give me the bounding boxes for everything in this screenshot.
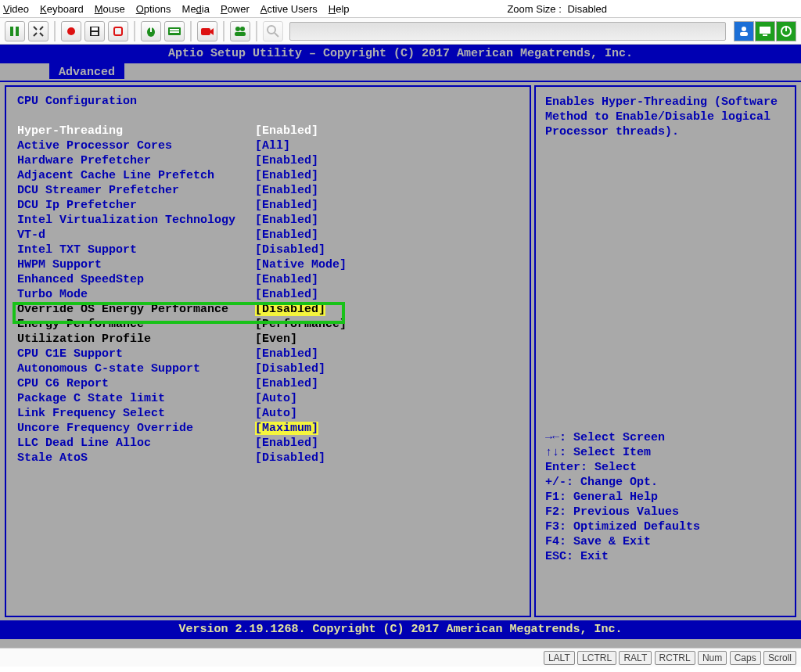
setting-value: [Performance] — [255, 317, 347, 332]
status-indicator: Scroll — [763, 651, 796, 665]
setting-value: [Disabled] — [255, 243, 325, 257]
bios-version: Version 2.19.1268. Copyright (C) 2017 Am… — [0, 620, 801, 639]
setting-row[interactable]: Energy Performance[Performance] — [17, 317, 519, 332]
menu-video[interactable]: Video — [3, 3, 29, 15]
setting-row[interactable]: Active Processor Cores[All] — [17, 138, 519, 153]
setting-value: [Enabled] — [255, 272, 318, 287]
svg-rect-21 — [760, 27, 770, 34]
setting-label: Stale AtoS — [17, 451, 255, 465]
setting-row[interactable]: Hardware Prefetcher[Enabled] — [17, 153, 519, 168]
setting-value: [Enabled] — [255, 168, 318, 183]
setting-value: [All] — [255, 138, 290, 153]
setting-row[interactable]: Autonomous C-state Support[Disabled] — [17, 361, 519, 376]
svg-rect-20 — [740, 32, 748, 36]
setting-row[interactable]: Adjacent Cache Line Prefetch[Enabled] — [17, 168, 519, 183]
setting-row[interactable]: HWPM Support[Native Mode] — [17, 257, 519, 272]
setting-value: [Disabled] — [255, 451, 325, 465]
zoom-size-value: Disabled — [567, 3, 607, 15]
setting-value: [Auto] — [255, 406, 297, 421]
power-icon[interactable] — [776, 21, 796, 41]
setting-row[interactable]: Hyper-Threading[Enabled] — [17, 124, 519, 138]
setting-row[interactable]: VT-d[Enabled] — [17, 228, 519, 243]
setting-value: [Native Mode] — [255, 257, 347, 272]
setting-label: Intel TXT Support — [17, 243, 255, 257]
svg-rect-8 — [150, 27, 152, 32]
setting-value: [Enabled] — [255, 153, 318, 168]
toolbar-address-field[interactable] — [289, 22, 726, 41]
setting-label: Adjacent Cache Line Prefetch — [17, 168, 255, 183]
monitor-icon[interactable] — [755, 21, 775, 41]
menu-options[interactable]: Options — [136, 3, 171, 15]
setting-label: CPU C6 Report — [17, 376, 255, 391]
setting-row[interactable]: Turbo Mode[Enabled] — [17, 287, 519, 302]
save-icon[interactable] — [84, 21, 105, 41]
toolbar-separator — [190, 21, 192, 41]
setting-label: VT-d — [17, 228, 255, 243]
user-account-icon[interactable] — [734, 21, 754, 41]
menu-keyboard[interactable]: Keyboard — [40, 3, 84, 15]
setting-row[interactable]: Uncore Frequency Override[Maximum] — [17, 421, 519, 436]
play-icon[interactable] — [5, 21, 25, 41]
setting-row[interactable]: CPU C6 Report[Enabled] — [17, 376, 519, 391]
svg-point-17 — [268, 26, 275, 34]
menu-active-users[interactable]: Active Users — [260, 3, 318, 15]
tab-advanced[interactable]: Advanced — [49, 63, 124, 79]
svg-point-15 — [240, 27, 245, 31]
keyboard-icon[interactable] — [164, 21, 185, 41]
setting-label: Uncore Frequency Override — [17, 421, 255, 436]
svg-rect-12 — [201, 28, 210, 35]
mouse-pointer-icon[interactable] — [141, 21, 161, 41]
setting-row[interactable]: CPU C1E Support[Enabled] — [17, 347, 519, 361]
menu-media[interactable]: Media — [182, 3, 210, 15]
setting-row[interactable]: Intel Virtualization Technology[Enabled] — [17, 213, 519, 228]
setting-row[interactable]: Intel TXT Support[Disabled] — [17, 243, 519, 257]
setting-value: [Disabled] — [255, 302, 325, 317]
setting-row[interactable]: Link Frequency Select[Auto] — [17, 406, 519, 421]
zoom-icon[interactable] — [263, 21, 283, 41]
setting-value: [Auto] — [255, 391, 297, 406]
setting-value: [Enabled] — [255, 347, 318, 361]
setting-row[interactable]: Package C State limit[Auto] — [17, 391, 519, 406]
setting-row[interactable]: Utilization Profile[Even] — [17, 332, 519, 347]
setting-label: Link Frequency Select — [17, 406, 255, 421]
svg-point-19 — [742, 27, 746, 31]
toolbar-separator — [54, 21, 56, 41]
toolbar — [0, 17, 801, 45]
toolbar-separator — [134, 21, 135, 41]
menu-help[interactable]: Help — [329, 3, 350, 15]
menubar: Video Keyboard Mouse Options Media Power… — [0, 0, 801, 17]
help-pane: Enables Hyper-Threading (Software Method… — [534, 85, 796, 617]
svg-rect-16 — [235, 32, 246, 36]
setting-value: [Enabled] — [255, 183, 318, 198]
menu-power[interactable]: Power — [221, 3, 250, 15]
record-icon[interactable] — [61, 21, 81, 41]
setting-label: CPU C1E Support — [17, 347, 255, 361]
camera-icon[interactable] — [197, 21, 217, 41]
users-icon[interactable] — [230, 21, 250, 41]
setting-label: DCU Ip Prefetcher — [17, 198, 255, 213]
setting-row[interactable]: DCU Streamer Prefetcher[Enabled] — [17, 183, 519, 198]
bios-title: Aptio Setup Utility – Copyright (C) 2017… — [0, 45, 801, 63]
setting-row[interactable]: Enhanced SpeedStep[Enabled] — [17, 272, 519, 287]
stop-icon[interactable] — [108, 21, 128, 41]
svg-point-2 — [67, 27, 75, 35]
setting-row[interactable]: DCU Ip Prefetcher[Enabled] — [17, 198, 519, 213]
setting-label: Hardware Prefetcher — [17, 153, 255, 168]
svg-point-14 — [235, 27, 240, 31]
setting-row[interactable]: Stale AtoS[Disabled] — [17, 451, 519, 465]
status-indicator: RALT — [619, 651, 652, 665]
menu-mouse[interactable]: Mouse — [95, 3, 125, 15]
status-indicator: Num — [698, 651, 727, 665]
fullscreen-icon[interactable] — [28, 21, 48, 41]
toolbar-separator — [256, 21, 257, 41]
setting-row[interactable]: LLC Dead Line Alloc[Enabled] — [17, 436, 519, 451]
settings-pane: CPU Configuration Hyper-Threading[Enable… — [5, 85, 531, 617]
setting-label: Hyper-Threading — [17, 124, 255, 138]
svg-line-18 — [275, 33, 278, 37]
nav-help: →←: Select Screen ↑↓: Select Item Enter:… — [545, 422, 785, 564]
setting-row[interactable]: Override OS Energy Performance[Disabled] — [17, 302, 519, 317]
setting-label: Override OS Energy Performance — [17, 302, 255, 317]
setting-label: Energy Performance — [17, 317, 255, 332]
bios-tab-row: Advanced — [0, 63, 801, 81]
zoom-size-label: Zoom Size : Disabled — [507, 3, 607, 15]
